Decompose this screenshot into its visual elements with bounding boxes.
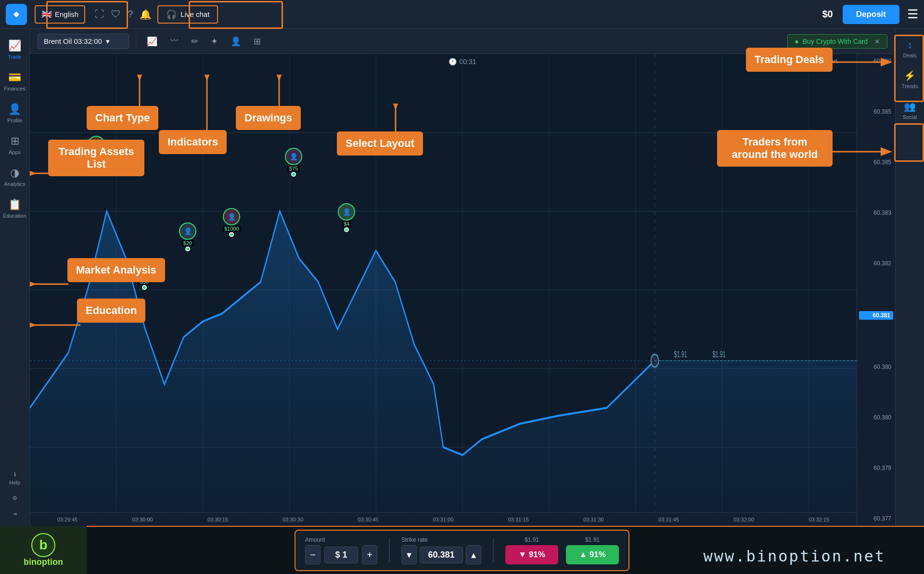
price-level-9: 60.377 [859, 515, 893, 522]
annotation-traders-world: Traders from around the world [717, 130, 833, 167]
strike-input-row: ▾ 60.381 ▴ [401, 545, 481, 564]
arrow-trading-deals [832, 48, 894, 77]
asset-name: Brent Oil 03:32:00 [44, 37, 102, 45]
chart-type-button[interactable]: 📈 [143, 34, 161, 49]
sidebar-label-analytics: Analytics [4, 181, 25, 187]
arrow-traders-world [832, 137, 894, 166]
trader-amount-5: $75 [287, 165, 300, 172]
help-icon[interactable]: ? [128, 9, 133, 20]
chart-area: 🕐 00:31 Start $1.91 $1.91 [30, 54, 895, 526]
flag-icon: 🇬🇧 [41, 9, 52, 20]
arrow-indicators [192, 75, 221, 137]
svg-text:$1.91: $1.91 [674, 350, 687, 359]
sell-button[interactable]: ▼ 91% [505, 545, 558, 564]
price-level-6: 60.380 [859, 364, 893, 370]
time-scale: 03:29:45 03:30:00 03:30:15 03:30:30 03:3… [30, 512, 857, 526]
action-group: $1.91 $1.91 ▼ 91% ▲ 91% [505, 536, 619, 564]
sidebar-label-profile: Profile [7, 117, 22, 123]
sidebar-item-trends[interactable]: ⚡ Trends [896, 64, 924, 95]
live-chat-label: Live chat [180, 10, 209, 18]
binoption-icon: b [31, 533, 55, 557]
trader-avatar-5: 👤 $75 [285, 148, 302, 174]
sidebar-label-education: Education [3, 213, 26, 219]
strike-up-button[interactable]: ▴ [466, 545, 481, 564]
avatar-dot-3 [185, 247, 190, 251]
menu-icon[interactable]: ☰ [907, 7, 918, 22]
binoption-logo: b binoption [0, 526, 87, 574]
buy-crypto-close-icon[interactable]: ✕ [874, 38, 880, 45]
education-icon: 📋 [8, 198, 21, 211]
price-chart: $1.91 $1.91 [30, 54, 895, 526]
fullscreen-icon[interactable]: ⛶ [95, 9, 104, 20]
avatar-dot-5 [291, 172, 296, 177]
time-5: 03:30:45 [358, 517, 378, 522]
shield-icon[interactable]: 🛡 [111, 9, 121, 20]
chart-type-line-button[interactable]: 〰 [166, 34, 182, 48]
price-scale: 60.390 60.385 60.385 60.383 60.382 60.38… [857, 54, 895, 526]
settings-icon: ⚙ [13, 495, 17, 501]
drawings-button[interactable]: ✦ [207, 34, 222, 49]
top-bar-icons: ⛶ 🛡 ? 🔔 [95, 9, 152, 20]
annotation-drawings: Drawings [236, 106, 301, 130]
asset-selector[interactable]: Brent Oil 03:32:00 ▾ [38, 34, 129, 49]
annotation-select-layout: Select Layout [337, 131, 423, 156]
volume-icon[interactable]: 🔔 [140, 9, 152, 20]
trader-amount-3: $20 [181, 240, 194, 247]
panel-separator-2 [493, 538, 494, 562]
avatar-image-3: 👤 [179, 222, 196, 240]
logout-icon: ⇥ [13, 511, 17, 517]
trade-panel: Amount − $ 1 + Strike rate ▾ 60.381 ▴ $1… [295, 530, 629, 571]
buy-button[interactable]: ▲ 91% [566, 545, 619, 564]
sidebar-item-help[interactable]: ℹ Help [9, 468, 20, 489]
amount-value: $ 1 [324, 547, 358, 563]
amount-increase-button[interactable]: + [362, 545, 377, 564]
panel-separator-1 [389, 538, 390, 562]
time-2: 03:30:00 [132, 517, 153, 522]
annotation-chart-type: Chart Type [87, 106, 158, 130]
sell-pct-label: $1.91 [505, 536, 558, 543]
price-level-7: 60.380 [859, 414, 893, 421]
trader-amount-6: $4 [342, 221, 351, 227]
time-4: 03:30:30 [282, 517, 303, 522]
sidebar-item-apps[interactable]: ⊞ Apps [0, 129, 29, 161]
buy-pct-label: $1.91 [566, 536, 619, 543]
sidebar-item-education[interactable]: 📋 Education [0, 193, 29, 224]
headset-icon: 🎧 [166, 9, 177, 20]
amount-decrease-button[interactable]: − [305, 545, 321, 564]
sidebar-item-settings[interactable]: ⚙ [9, 491, 20, 505]
price-level-5: 60.382 [859, 260, 893, 267]
deposit-button[interactable]: Deposit [843, 5, 899, 24]
sidebar-item-social[interactable]: 👥 Social [896, 95, 924, 126]
sidebar-item-profile[interactable]: 👤 Profile [0, 97, 29, 129]
trader-avatar-4: 👤 $1000 [222, 208, 241, 235]
help-icon: ℹ [14, 471, 16, 478]
sidebar-item-deals[interactable]: ↕ Deals [896, 34, 924, 64]
deals-icon: ↕ [908, 39, 912, 51]
select-layout-button[interactable]: ⊞ [250, 34, 265, 49]
website-text: www.binoption.net [703, 547, 886, 565]
sidebar-item-finances[interactable]: 💳 Finances [0, 65, 29, 97]
action-buttons: ▼ 91% ▲ 91% [505, 545, 619, 564]
sidebar-label-deals: Deals [903, 52, 916, 58]
sidebar-label-apps: Apps [9, 149, 21, 155]
asset-chevron: ▾ [106, 37, 110, 46]
amount-label: Amount [305, 536, 377, 543]
sidebar-item-trade[interactable]: 📈 Trade [0, 34, 29, 65]
sidebar-item-logout[interactable]: ⇥ [9, 507, 20, 521]
svg-text:$1.91: $1.91 [712, 350, 725, 359]
strike-down-button[interactable]: ▾ [401, 545, 417, 564]
indicators-button[interactable]: ✏ [187, 34, 202, 49]
top-bar: 🇬🇧 English ⛶ 🛡 ? 🔔 🎧 Live chat $0 Deposi… [0, 0, 924, 29]
avatar-dot-2 [142, 285, 147, 290]
price-level-2: 60.385 [859, 108, 893, 115]
arrow-market-analysis [30, 270, 73, 299]
balance-display: $0 [822, 9, 833, 20]
language-selector[interactable]: 🇬🇧 English [35, 5, 85, 24]
live-chat-button[interactable]: 🎧 Live chat [157, 5, 218, 24]
buy-crypto-button[interactable]: ● Buy Crypto With Card ✕ [787, 34, 887, 49]
traders-button[interactable]: 👤 [227, 34, 245, 49]
amount-input-row: − $ 1 + [305, 545, 377, 564]
right-sidebar: ↕ Deals ⚡ Trends 👥 Social [895, 29, 924, 526]
sidebar-item-analytics[interactable]: ◑ Analytics [0, 161, 29, 193]
time-6: 03:31:00 [433, 517, 454, 522]
